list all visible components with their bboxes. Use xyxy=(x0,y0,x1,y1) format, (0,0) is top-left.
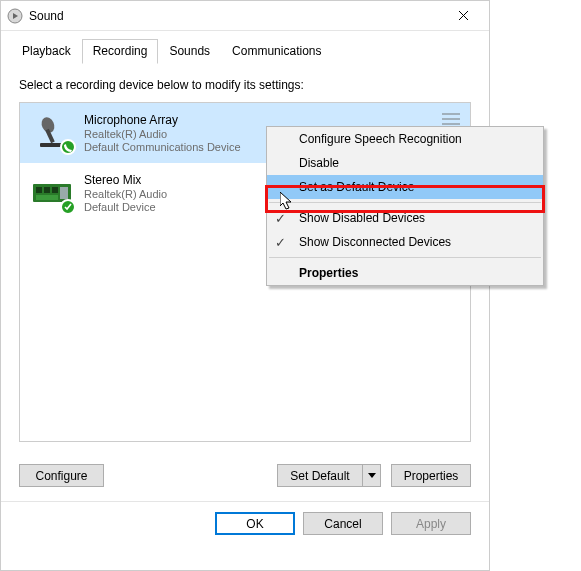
window-title: Sound xyxy=(29,9,443,23)
svg-rect-9 xyxy=(36,195,58,200)
device-name: Stereo Mix xyxy=(84,173,167,187)
tab-sounds[interactable]: Sounds xyxy=(158,39,221,64)
tabbar: Playback Recording Sounds Communications xyxy=(1,31,489,64)
svg-rect-5 xyxy=(36,187,42,193)
context-menu: Configure Speech Recognition Disable Set… xyxy=(266,126,544,286)
set-default-button[interactable]: Set Default xyxy=(277,464,363,487)
svg-rect-7 xyxy=(52,187,58,193)
check-icon: ✓ xyxy=(275,235,286,250)
check-icon: ✓ xyxy=(275,211,286,226)
device-name: Microphone Array xyxy=(84,113,241,127)
ctx-separator xyxy=(269,257,541,258)
device-status: Default Device xyxy=(84,201,167,213)
apply-button[interactable]: Apply xyxy=(391,512,471,535)
device-status: Default Communications Device xyxy=(84,141,241,153)
check-badge-icon xyxy=(60,199,76,215)
ctx-configure-speech[interactable]: Configure Speech Recognition xyxy=(267,127,543,151)
svg-rect-8 xyxy=(60,187,68,199)
device-driver: Realtek(R) Audio xyxy=(84,188,167,200)
svg-rect-3 xyxy=(40,143,62,147)
set-default-dropdown[interactable] xyxy=(363,464,381,487)
ctx-disable[interactable]: Disable xyxy=(267,151,543,175)
microphone-icon xyxy=(30,113,74,153)
phone-badge-icon xyxy=(60,139,76,155)
cancel-button[interactable]: Cancel xyxy=(303,512,383,535)
properties-button[interactable]: Properties xyxy=(391,464,471,487)
ctx-show-disconnected[interactable]: ✓Show Disconnected Devices xyxy=(267,230,543,254)
hamburger-icon[interactable] xyxy=(442,113,460,125)
svg-rect-6 xyxy=(44,187,50,193)
ctx-show-disabled[interactable]: ✓Show Disabled Devices xyxy=(267,206,543,230)
tab-playback[interactable]: Playback xyxy=(11,39,82,64)
app-icon xyxy=(7,8,23,24)
ok-button[interactable]: OK xyxy=(215,512,295,535)
ctx-separator xyxy=(269,202,541,203)
instruction-text: Select a recording device below to modif… xyxy=(1,64,489,102)
configure-button[interactable]: Configure xyxy=(19,464,104,487)
ctx-set-default-device[interactable]: Set as Default Device xyxy=(267,175,543,199)
titlebar: Sound xyxy=(1,1,489,31)
close-button[interactable] xyxy=(443,2,483,30)
ctx-properties[interactable]: Properties xyxy=(267,261,543,285)
dialog-buttons: OK Cancel Apply xyxy=(1,501,489,547)
soundcard-icon xyxy=(30,173,74,213)
tab-communications[interactable]: Communications xyxy=(221,39,332,64)
tab-recording[interactable]: Recording xyxy=(82,39,159,64)
device-driver: Realtek(R) Audio xyxy=(84,128,241,140)
action-bar: Configure Set Default Properties xyxy=(1,456,489,501)
